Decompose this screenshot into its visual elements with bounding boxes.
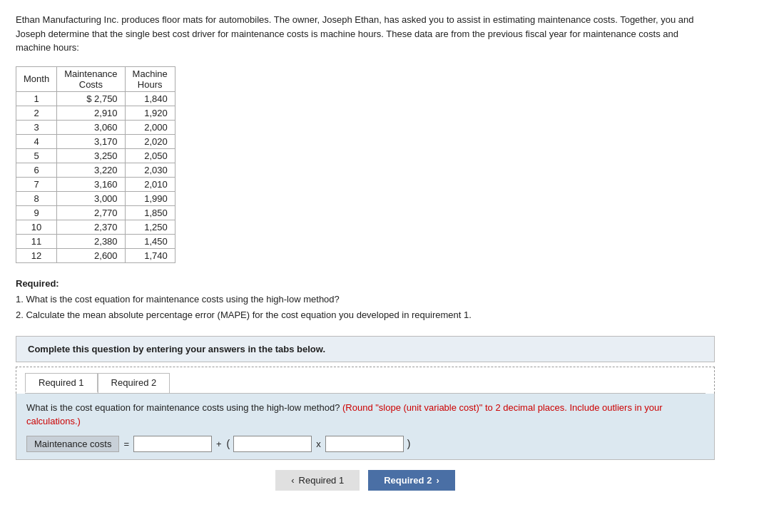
table-cell: 2,030 (125, 163, 175, 177)
table-cell: 3,000 (57, 191, 125, 205)
data-table: Month MaintenanceCosts MachineHours 1$ 2… (16, 66, 175, 263)
data-table-wrapper: Month MaintenanceCosts MachineHours 1$ 2… (16, 66, 763, 263)
tab1-question-text: What is the cost equation for maintenanc… (26, 402, 340, 413)
table-row: 53,2502,050 (16, 148, 175, 163)
table-cell: 1,450 (125, 234, 175, 248)
table-cell: 2,370 (57, 220, 125, 234)
table-row: 102,3701,250 (16, 220, 175, 234)
table-cell: 1,840 (125, 91, 175, 106)
eq-close-paren: ) (407, 438, 412, 449)
next-button[interactable]: Required 2 › (368, 470, 455, 491)
eq-open-paren: ( (226, 438, 231, 449)
table-cell: 2,910 (57, 106, 125, 120)
table-cell: 7 (16, 177, 57, 191)
table-cell: 5 (16, 148, 57, 163)
eq-label-maintenance: Maintenance costs (26, 436, 119, 452)
table-cell: 1,920 (125, 106, 175, 120)
table-cell: 8 (16, 191, 57, 205)
eq-x: x (315, 439, 322, 449)
prev-button-label: Required 1 (299, 475, 345, 486)
required-section: Required: 1. What is the cost equation f… (16, 276, 763, 323)
table-cell: 3,160 (57, 177, 125, 191)
table-cell: 1,740 (125, 248, 175, 262)
table-cell: 1,850 (125, 205, 175, 220)
table-cell: 9 (16, 205, 57, 220)
prev-arrow-icon: ‹ (291, 475, 294, 486)
eq-equals: = (122, 439, 131, 449)
table-row: 63,2202,030 (16, 163, 175, 177)
complete-question-box: Complete this question by entering your … (16, 336, 715, 362)
table-cell: 1,250 (125, 220, 175, 234)
table-cell: 3 (16, 120, 57, 134)
table-cell: 1,990 (125, 191, 175, 205)
eq-plus: + (215, 439, 223, 449)
complete-box-text: Complete this question by entering your … (28, 344, 325, 354)
table-row: 83,0001,990 (16, 191, 175, 205)
tabs-wrapper: Required 1 Required 2 What is the cost e… (16, 367, 715, 460)
table-cell: 3,170 (57, 134, 125, 148)
table-cell: 10 (16, 220, 57, 234)
bottom-nav: ‹ Required 1 Required 2 › (16, 470, 715, 491)
table-cell: 2,000 (125, 120, 175, 134)
col-header-month: Month (16, 66, 57, 91)
col-header-machine: MachineHours (125, 66, 175, 91)
table-cell: 6 (16, 163, 57, 177)
table-cell: $ 2,750 (57, 91, 125, 106)
table-row: 22,9101,920 (16, 106, 175, 120)
table-row: 1$ 2,7501,840 (16, 91, 175, 106)
table-cell: 3,250 (57, 148, 125, 163)
tab1-question: What is the cost equation for maintenanc… (26, 401, 704, 429)
tab-required-1[interactable]: Required 1 (25, 373, 98, 393)
col-header-maintenance: MaintenanceCosts (57, 66, 125, 91)
table-cell: 11 (16, 234, 57, 248)
table-cell: 3,220 (57, 163, 125, 177)
table-cell: 2,020 (125, 134, 175, 148)
table-cell: 3,060 (57, 120, 125, 134)
table-cell: 2,380 (57, 234, 125, 248)
required-item-2: 2. Calculate the mean absolute percentag… (16, 307, 763, 323)
next-arrow-icon: › (436, 475, 439, 486)
eq-input-slope[interactable] (233, 436, 312, 452)
table-cell: 12 (16, 248, 57, 262)
table-row: 73,1602,010 (16, 177, 175, 191)
table-cell: 2,600 (57, 248, 125, 262)
prev-button[interactable]: ‹ Required 1 (275, 470, 360, 491)
required-item-1: 1. What is the cost equation for mainten… (16, 292, 763, 307)
tab-content-required-1: What is the cost equation for maintenanc… (16, 394, 715, 460)
table-row: 33,0602,000 (16, 120, 175, 134)
table-cell: 4 (16, 134, 57, 148)
intro-paragraph: Ethan Manufacturing Inc. produces floor … (16, 13, 715, 55)
table-row: 112,3801,450 (16, 234, 175, 248)
table-row: 122,6001,740 (16, 248, 175, 262)
equation-row: Maintenance costs = + ( x ) (26, 436, 704, 452)
required-title: Required: (16, 278, 59, 289)
table-cell: 2,010 (125, 177, 175, 191)
table-row: 43,1702,020 (16, 134, 175, 148)
table-cell: 1 (16, 91, 57, 106)
table-cell: 2,050 (125, 148, 175, 163)
table-cell: 2 (16, 106, 57, 120)
table-row: 92,7701,850 (16, 205, 175, 220)
tab-header-row: Required 1 Required 2 (25, 373, 706, 394)
eq-input-fixed[interactable] (133, 436, 212, 452)
tab-required-2[interactable]: Required 2 (98, 373, 170, 393)
table-cell: 2,770 (57, 205, 125, 220)
eq-input-variable[interactable] (325, 436, 404, 452)
next-button-label: Required 2 (384, 475, 432, 486)
